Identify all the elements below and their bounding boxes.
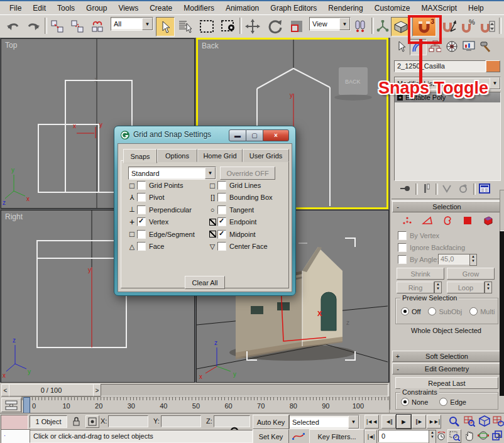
open-mini-curve-editor-icon[interactable] (1, 398, 21, 412)
selection-filter-dropdown[interactable]: All▼ (111, 17, 153, 31)
snap-checkbox[interactable] (137, 230, 146, 239)
auto-key-button[interactable]: Auto Key (253, 415, 289, 429)
pan-hand-icon[interactable] (463, 429, 476, 442)
selection-rollout-header[interactable]: - Selection (392, 201, 501, 212)
arc-rotate-icon[interactable] (476, 429, 490, 442)
panel-scrollbar-thumb[interactable] (500, 190, 504, 232)
dialog-tab[interactable]: Options (157, 149, 197, 162)
redo-icon[interactable] (24, 17, 43, 35)
checkbox[interactable] (398, 243, 407, 252)
menu-item[interactable]: Group (80, 3, 112, 14)
dialog-tab[interactable]: Home Grid (197, 149, 243, 162)
dialog-tab[interactable]: Snaps (123, 149, 157, 163)
selection-lock-icon[interactable] (70, 415, 82, 427)
tab-utilities[interactable] (478, 39, 493, 54)
key-filter-mode-dropdown[interactable]: Selected ▼ (289, 415, 359, 429)
radio-icon[interactable] (439, 398, 447, 406)
collapse-icon[interactable]: - (393, 365, 403, 373)
preview-radio-option[interactable]: Multi (469, 307, 495, 315)
configure-modifier-sets-icon[interactable] (478, 182, 491, 195)
next-frame-button[interactable]: ||► (412, 415, 426, 429)
menu-item[interactable]: Rendering (322, 3, 368, 14)
zoom-extents-icon[interactable] (478, 415, 491, 427)
snap-checkbox[interactable] (217, 205, 226, 214)
by-angle-row[interactable]: By Angle: (398, 255, 439, 264)
snap-checkbox[interactable] (137, 193, 146, 202)
menu-item[interactable]: Animation (220, 3, 265, 14)
dropdown-arrow-icon[interactable]: ▼ (142, 18, 153, 30)
previous-frame-button[interactable]: ◄|| (381, 415, 396, 429)
absolute-offset-toggle-icon[interactable] (85, 415, 99, 428)
radio-icon[interactable] (428, 307, 436, 315)
select-by-name-icon[interactable] (176, 17, 195, 35)
go-to-start-button[interactable]: |◄◄ (364, 415, 379, 429)
zoom-all-icon[interactable] (463, 415, 476, 427)
snap-option[interactable]: Face (127, 241, 164, 251)
snap-checkbox[interactable] (217, 217, 226, 226)
x-coordinate-field[interactable] (108, 415, 148, 427)
snap-checkbox[interactable] (137, 242, 146, 251)
repeat-last-button[interactable]: Repeat Last (395, 377, 498, 389)
radio-icon[interactable] (469, 307, 478, 315)
menu-item[interactable]: MAXScript (415, 3, 463, 14)
checkbox[interactable] (398, 255, 407, 264)
dropdown-arrow-icon[interactable]: ▼ (490, 77, 500, 89)
preview-radio-option[interactable]: Off (401, 307, 420, 315)
snap-option[interactable]: Bounding Box (207, 192, 273, 202)
bind-to-space-warp-icon[interactable] (88, 17, 107, 35)
border-subobject-icon[interactable] (441, 215, 454, 226)
select-and-rotate-icon[interactable] (265, 17, 285, 35)
current-frame-field[interactable]: 0 (378, 430, 431, 442)
menu-item[interactable]: File (4, 3, 27, 14)
snap-option[interactable]: Grid Points (127, 180, 183, 190)
edge-subobject-icon[interactable] (420, 215, 434, 226)
object-name-field[interactable]: 2_1250_Casilla (394, 60, 486, 72)
reference-coordinate-dropdown[interactable]: View▼ (309, 17, 351, 31)
expand-icon[interactable]: + (393, 353, 403, 360)
snap-option[interactable]: Tangent (207, 205, 254, 215)
play-button[interactable]: ► (397, 415, 411, 429)
track-bar-ruler[interactable]: 0102030405060708090100 (21, 397, 390, 414)
radio-icon[interactable] (401, 307, 409, 315)
set-key-button[interactable]: Set Key (253, 429, 289, 443)
select-and-scale-icon[interactable] (287, 17, 307, 35)
unlink-selection-icon[interactable] (68, 17, 87, 35)
close-button[interactable]: × (263, 129, 289, 141)
window-crossing-icon[interactable] (219, 17, 238, 35)
edit-geometry-rollout-header[interactable]: - Edit Geometry (392, 363, 501, 375)
go-to-end-button[interactable]: ►►| (427, 415, 441, 429)
select-and-link-icon[interactable] (48, 17, 67, 35)
snap-option[interactable]: Midpoint (207, 229, 256, 239)
maximize-button[interactable]: ▢ (246, 129, 263, 141)
menu-item[interactable]: Edit (27, 3, 52, 14)
ignore-backfacing-checkbox-row[interactable]: Ignore Backfacing (398, 243, 465, 252)
tab-motion[interactable] (444, 39, 459, 54)
shrink-button[interactable]: Shrink (397, 268, 444, 280)
vertex-subobject-icon[interactable] (400, 215, 414, 226)
time-slider-track[interactable] (101, 384, 388, 397)
snap-option[interactable]: Perpendicular (127, 205, 192, 215)
show-end-result-icon[interactable] (420, 182, 433, 195)
snap-preset-dropdown[interactable]: Standard ▼ (128, 167, 216, 180)
select-object-button[interactable] (156, 17, 175, 36)
minimize-button[interactable]: ▬ (229, 129, 246, 141)
time-configuration-icon[interactable] (436, 430, 447, 442)
tab-display[interactable] (461, 39, 476, 54)
y-coordinate-field[interactable] (161, 415, 201, 427)
by-angle-spinner[interactable]: ▲▼ (469, 254, 477, 266)
key-mode-toggle-button[interactable]: |◄| (364, 430, 377, 443)
snap-checkbox[interactable] (217, 242, 226, 251)
preview-radio-option[interactable]: SubObj (428, 307, 462, 315)
snap-option[interactable]: Vertex (127, 217, 168, 227)
ring-spinner[interactable]: ▲▼ (434, 282, 442, 293)
by-angle-field[interactable]: 45,0 (438, 254, 470, 265)
spinner-snap-toggle-icon[interactable] (479, 17, 496, 35)
snap-checkbox[interactable] (137, 217, 146, 226)
snap-checkbox[interactable] (217, 181, 226, 190)
by-vertex-checkbox-row[interactable]: By Vertex (398, 231, 439, 240)
zoom-extents-all-icon[interactable] (493, 415, 504, 427)
collapse-icon[interactable]: - (393, 203, 403, 211)
dropdown-arrow-icon[interactable]: ▼ (205, 167, 216, 179)
tab-create[interactable] (393, 39, 408, 54)
snap-checkbox[interactable] (137, 205, 146, 214)
